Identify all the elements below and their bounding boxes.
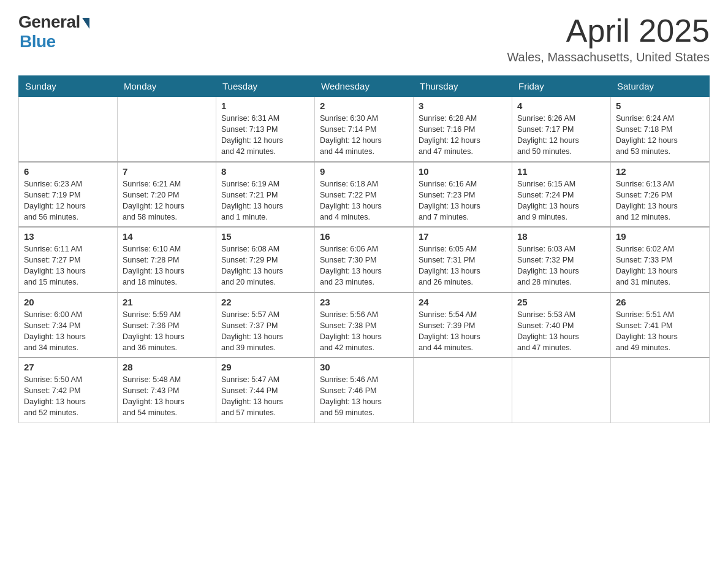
calendar-cell: 23Sunrise: 5:56 AM Sunset: 7:38 PM Dayli… (315, 293, 414, 358)
day-info: Sunrise: 6:21 AM Sunset: 7:20 PM Dayligh… (123, 178, 211, 223)
calendar-cell: 4Sunrise: 6:26 AM Sunset: 7:17 PM Daylig… (512, 97, 611, 162)
day-number: 23 (320, 297, 408, 307)
calendar-cell: 28Sunrise: 5:48 AM Sunset: 7:43 PM Dayli… (118, 358, 216, 423)
day-number: 16 (320, 231, 408, 242)
calendar-week-row: 6Sunrise: 6:23 AM Sunset: 7:19 PM Daylig… (19, 162, 710, 228)
day-number: 7 (123, 166, 211, 177)
day-info: Sunrise: 6:23 AM Sunset: 7:19 PM Dayligh… (24, 178, 112, 223)
calendar-table: SundayMondayTuesdayWednesdayThursdayFrid… (18, 75, 710, 423)
day-number: 10 (419, 166, 507, 177)
day-number: 28 (123, 362, 211, 372)
day-info: Sunrise: 5:56 AM Sunset: 7:38 PM Dayligh… (320, 309, 408, 354)
day-number: 17 (419, 231, 507, 242)
weekday-header: Tuesday (216, 76, 315, 97)
title-area: April 2025 Wales, Massachusetts, United … (507, 12, 710, 64)
day-info: Sunrise: 6:24 AM Sunset: 7:18 PM Dayligh… (616, 113, 704, 158)
calendar-cell: 5Sunrise: 6:24 AM Sunset: 7:18 PM Daylig… (611, 97, 710, 162)
day-number: 5 (616, 101, 704, 111)
calendar-cell: 16Sunrise: 6:06 AM Sunset: 7:30 PM Dayli… (315, 227, 414, 293)
day-number: 1 (221, 101, 309, 111)
day-info: Sunrise: 6:19 AM Sunset: 7:21 PM Dayligh… (221, 178, 309, 223)
day-number: 13 (24, 231, 112, 242)
calendar-cell: 12Sunrise: 6:13 AM Sunset: 7:26 PM Dayli… (611, 162, 710, 228)
calendar-week-row: 20Sunrise: 6:00 AM Sunset: 7:34 PM Dayli… (19, 293, 710, 358)
calendar-cell (19, 97, 118, 162)
day-number: 18 (517, 231, 605, 242)
day-info: Sunrise: 6:18 AM Sunset: 7:22 PM Dayligh… (320, 178, 408, 223)
calendar-cell: 27Sunrise: 5:50 AM Sunset: 7:42 PM Dayli… (19, 358, 118, 423)
day-info: Sunrise: 6:10 AM Sunset: 7:28 PM Dayligh… (123, 243, 211, 288)
calendar-cell: 2Sunrise: 6:30 AM Sunset: 7:14 PM Daylig… (315, 97, 414, 162)
day-number: 2 (320, 101, 408, 111)
day-info: Sunrise: 6:30 AM Sunset: 7:14 PM Dayligh… (320, 113, 408, 158)
calendar-cell: 26Sunrise: 5:51 AM Sunset: 7:41 PM Dayli… (611, 293, 710, 358)
calendar-cell (611, 358, 710, 423)
calendar-title: April 2025 (507, 12, 710, 49)
calendar-cell: 19Sunrise: 6:02 AM Sunset: 7:33 PM Dayli… (611, 227, 710, 293)
day-info: Sunrise: 5:51 AM Sunset: 7:41 PM Dayligh… (616, 309, 704, 354)
calendar-cell: 29Sunrise: 5:47 AM Sunset: 7:44 PM Dayli… (216, 358, 315, 423)
calendar-cell: 7Sunrise: 6:21 AM Sunset: 7:20 PM Daylig… (118, 162, 216, 228)
weekday-header: Saturday (611, 76, 710, 97)
day-number: 8 (221, 166, 309, 177)
calendar-cell (414, 358, 512, 423)
day-info: Sunrise: 6:28 AM Sunset: 7:16 PM Dayligh… (419, 113, 507, 158)
logo-blue-text: Blue (20, 32, 56, 52)
calendar-header-row: SundayMondayTuesdayWednesdayThursdayFrid… (19, 76, 710, 97)
day-number: 14 (123, 231, 211, 242)
day-number: 29 (221, 362, 309, 372)
day-number: 3 (419, 101, 507, 111)
calendar-cell: 22Sunrise: 5:57 AM Sunset: 7:37 PM Dayli… (216, 293, 315, 358)
day-info: Sunrise: 6:02 AM Sunset: 7:33 PM Dayligh… (616, 243, 704, 288)
calendar-cell: 3Sunrise: 6:28 AM Sunset: 7:16 PM Daylig… (414, 97, 512, 162)
calendar-week-row: 13Sunrise: 6:11 AM Sunset: 7:27 PM Dayli… (19, 227, 710, 293)
day-info: Sunrise: 6:15 AM Sunset: 7:24 PM Dayligh… (517, 178, 605, 223)
day-number: 26 (616, 297, 704, 307)
day-number: 30 (320, 362, 408, 372)
day-info: Sunrise: 6:05 AM Sunset: 7:31 PM Dayligh… (419, 243, 507, 288)
calendar-cell: 21Sunrise: 5:59 AM Sunset: 7:36 PM Dayli… (118, 293, 216, 358)
calendar-cell: 17Sunrise: 6:05 AM Sunset: 7:31 PM Dayli… (414, 227, 512, 293)
calendar-cell: 24Sunrise: 5:54 AM Sunset: 7:39 PM Dayli… (414, 293, 512, 358)
weekday-header: Friday (512, 76, 611, 97)
day-info: Sunrise: 5:57 AM Sunset: 7:37 PM Dayligh… (221, 309, 309, 354)
day-number: 24 (419, 297, 507, 307)
calendar-cell: 30Sunrise: 5:46 AM Sunset: 7:46 PM Dayli… (315, 358, 414, 423)
logo-general-text: General (18, 12, 80, 32)
calendar-location: Wales, Massachusetts, United States (507, 50, 710, 64)
calendar-cell (118, 97, 216, 162)
calendar-week-row: 27Sunrise: 5:50 AM Sunset: 7:42 PM Dayli… (19, 358, 710, 423)
day-info: Sunrise: 6:13 AM Sunset: 7:26 PM Dayligh… (616, 178, 704, 223)
calendar-cell: 18Sunrise: 6:03 AM Sunset: 7:32 PM Dayli… (512, 227, 611, 293)
day-info: Sunrise: 5:59 AM Sunset: 7:36 PM Dayligh… (123, 309, 211, 354)
day-info: Sunrise: 5:48 AM Sunset: 7:43 PM Dayligh… (123, 374, 211, 419)
day-info: Sunrise: 6:31 AM Sunset: 7:13 PM Dayligh… (221, 113, 309, 158)
day-info: Sunrise: 6:11 AM Sunset: 7:27 PM Dayligh… (24, 243, 112, 288)
logo-arrow-icon (82, 18, 89, 29)
day-number: 22 (221, 297, 309, 307)
day-number: 6 (24, 166, 112, 177)
weekday-header: Wednesday (315, 76, 414, 97)
day-info: Sunrise: 6:00 AM Sunset: 7:34 PM Dayligh… (24, 309, 112, 354)
day-info: Sunrise: 6:06 AM Sunset: 7:30 PM Dayligh… (320, 243, 408, 288)
day-number: 19 (616, 231, 704, 242)
day-number: 20 (24, 297, 112, 307)
day-info: Sunrise: 5:50 AM Sunset: 7:42 PM Dayligh… (24, 374, 112, 419)
logo: General Blue (18, 12, 89, 52)
calendar-week-row: 1Sunrise: 6:31 AM Sunset: 7:13 PM Daylig… (19, 97, 710, 162)
calendar-cell: 1Sunrise: 6:31 AM Sunset: 7:13 PM Daylig… (216, 97, 315, 162)
day-info: Sunrise: 5:54 AM Sunset: 7:39 PM Dayligh… (419, 309, 507, 354)
day-info: Sunrise: 6:16 AM Sunset: 7:23 PM Dayligh… (419, 178, 507, 223)
calendar-cell: 9Sunrise: 6:18 AM Sunset: 7:22 PM Daylig… (315, 162, 414, 228)
day-info: Sunrise: 5:53 AM Sunset: 7:40 PM Dayligh… (517, 309, 605, 354)
calendar-cell: 20Sunrise: 6:00 AM Sunset: 7:34 PM Dayli… (19, 293, 118, 358)
day-number: 25 (517, 297, 605, 307)
calendar-cell: 15Sunrise: 6:08 AM Sunset: 7:29 PM Dayli… (216, 227, 315, 293)
day-info: Sunrise: 6:03 AM Sunset: 7:32 PM Dayligh… (517, 243, 605, 288)
day-number: 15 (221, 231, 309, 242)
day-number: 11 (517, 166, 605, 177)
calendar-cell: 11Sunrise: 6:15 AM Sunset: 7:24 PM Dayli… (512, 162, 611, 228)
day-info: Sunrise: 6:26 AM Sunset: 7:17 PM Dayligh… (517, 113, 605, 158)
weekday-header: Monday (118, 76, 216, 97)
calendar-cell (512, 358, 611, 423)
